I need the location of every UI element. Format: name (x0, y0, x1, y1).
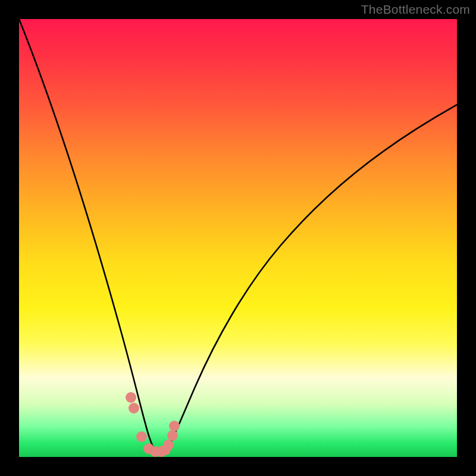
marker-dot (136, 431, 147, 442)
marker-dot (167, 430, 178, 441)
curve-layer (19, 19, 457, 457)
marker-dot (126, 392, 136, 403)
marker-group (126, 392, 180, 457)
chart-frame: TheBottleneck.com (0, 0, 476, 476)
marker-dot (129, 403, 139, 414)
bottleneck-curve (19, 19, 457, 453)
marker-dot (163, 440, 174, 450)
watermark-text: TheBottleneck.com (361, 2, 470, 17)
plot-area (19, 19, 457, 457)
marker-dot (169, 421, 180, 431)
